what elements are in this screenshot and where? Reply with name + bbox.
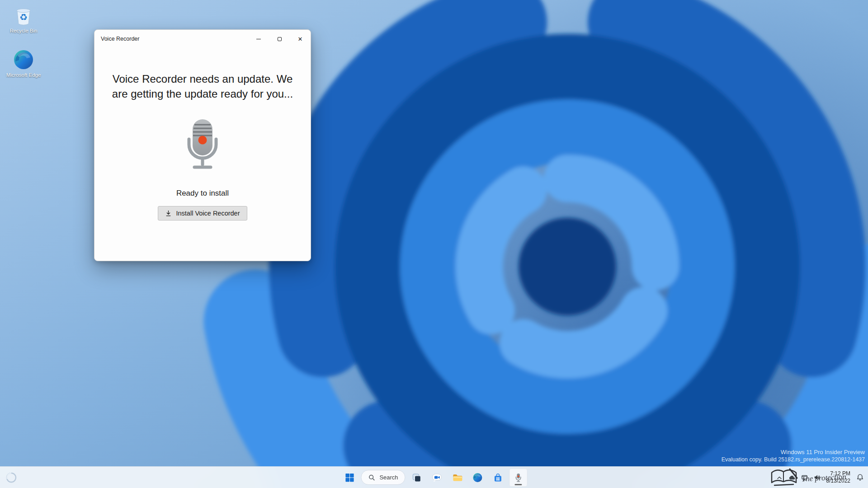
desktop-icon-label: Recycle Bin (10, 28, 38, 34)
store-icon (493, 472, 504, 483)
clock[interactable]: 7:12 PM 8/13/2022 (823, 469, 854, 487)
windows-start-icon (344, 472, 355, 483)
close-button[interactable]: ✕ (290, 30, 311, 48)
window-caption-buttons: ✕ (248, 30, 311, 48)
minimize-icon (256, 39, 261, 39)
window-content: Voice Recorder needs an update. We are g… (94, 48, 311, 221)
status-text: Ready to install (176, 189, 229, 198)
corner-swirl-icon (5, 472, 17, 483)
notification-center-button[interactable] (854, 469, 866, 487)
chat-icon (432, 472, 443, 483)
file-explorer-button[interactable] (448, 469, 467, 487)
bell-icon (856, 474, 864, 481)
chevron-up-icon (776, 474, 783, 481)
file-explorer-icon (452, 472, 463, 483)
desktop-icon-recycle-bin[interactable]: ♻ Recycle Bin (4, 5, 43, 34)
start-button[interactable] (340, 469, 359, 487)
chat-button[interactable] (428, 469, 446, 487)
microsoft-store-button[interactable] (489, 469, 507, 487)
search-label: Search (379, 474, 398, 481)
voice-recorder-icon (513, 472, 524, 483)
window-title: Voice Recorder (94, 36, 139, 42)
taskbar-center-group: Search (340, 467, 527, 488)
edge-icon (472, 472, 483, 483)
search-box[interactable]: Search (361, 470, 405, 485)
running-indicator (515, 484, 522, 485)
close-icon: ✕ (298, 36, 303, 42)
desktop: ♻ Recycle Bin Microsoft Edge (0, 0, 868, 488)
update-message-line2: are getting the update ready for you... (112, 86, 293, 101)
update-message-line1: Voice Recorder needs an update. We (112, 71, 293, 86)
install-voice-recorder-button[interactable]: Install Voice Recorder (158, 206, 247, 221)
voice-recorder-window: Voice Recorder ✕ Voice Recorder needs an… (94, 29, 311, 261)
task-view-button[interactable] (408, 469, 426, 487)
microphone-icon (175, 117, 230, 175)
maximize-icon (278, 37, 282, 41)
window-titlebar[interactable]: Voice Recorder ✕ (94, 30, 311, 48)
desktop-icon-label: Microsoft Edge (6, 72, 41, 78)
install-button-label: Install Voice Recorder (176, 210, 240, 217)
edge-taskbar-button[interactable] (469, 469, 487, 487)
maximize-button[interactable] (269, 30, 290, 48)
hidden-icons-button[interactable] (774, 469, 785, 487)
speaker-icon (813, 474, 821, 481)
taskbar-corner (5, 467, 17, 488)
system-tray: 7:12 PM 8/13/2022 (774, 467, 866, 488)
edge-icon (13, 49, 34, 70)
svg-text:♻: ♻ (19, 12, 28, 23)
watermark-line1: Windows 11 Pro Insider Preview (722, 448, 865, 456)
taskbar: Search (0, 466, 868, 488)
download-icon (165, 210, 172, 217)
desktop-icon-microsoft-edge[interactable]: Microsoft Edge (4, 49, 43, 78)
voice-recorder-taskbar-button[interactable] (509, 469, 528, 487)
cloud-icon (788, 474, 796, 481)
tray-date: 8/13/2022 (826, 478, 850, 485)
minimize-button[interactable] (248, 30, 269, 48)
network-button[interactable] (798, 469, 811, 487)
watermark-line2: Evaluation copy. Build 25182.rs_prerelea… (722, 456, 865, 464)
search-icon (368, 474, 375, 481)
task-view-icon (411, 472, 422, 483)
insider-watermark: Windows 11 Pro Insider Preview Evaluatio… (722, 448, 865, 464)
update-message: Voice Recorder needs an update. We are g… (112, 71, 293, 101)
network-icon (801, 474, 808, 481)
tray-time: 7:12 PM (826, 470, 850, 478)
recycle-bin-icon: ♻ (13, 5, 34, 26)
volume-button[interactable] (811, 469, 823, 487)
onedrive-button[interactable] (786, 469, 798, 487)
